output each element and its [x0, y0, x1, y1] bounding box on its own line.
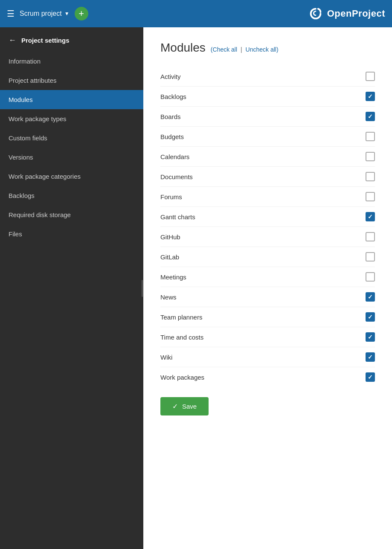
module-row-forums: Forums✓ — [160, 187, 375, 207]
topbar: ☰ Scrum project ▼ + OpenProject — [0, 0, 392, 27]
module-checkbox-calendars[interactable]: ✓ — [366, 152, 375, 161]
module-label-documents: Documents — [160, 173, 193, 180]
checkmark-icon: ✓ — [368, 374, 373, 381]
module-checkbox-backlogs[interactable]: ✓ — [366, 92, 375, 101]
link-separator: | — [241, 46, 242, 53]
module-checkbox-gitlab[interactable]: ✓ — [366, 252, 375, 261]
sidebar-item-required-disk-storage[interactable]: Required disk storage — [0, 205, 143, 224]
page-title: Modules — [160, 41, 206, 55]
checkmark-icon: ✓ — [368, 354, 373, 360]
module-row-activity: Activity✓ — [160, 67, 375, 87]
module-checkbox-work-packages[interactable]: ✓ — [366, 372, 375, 382]
module-label-activity: Activity — [160, 73, 181, 80]
module-checkbox-github[interactable]: ✓ — [366, 232, 375, 241]
check-all-link[interactable]: Check all — [213, 46, 238, 53]
module-row-github: GitHub✓ — [160, 227, 375, 247]
sidebar-item-information[interactable]: Information — [0, 52, 143, 71]
module-label-wiki: Wiki — [160, 354, 172, 361]
module-label-backlogs: Backlogs — [160, 93, 186, 100]
sidebar-item-versions[interactable]: Versions — [0, 148, 143, 167]
chevron-down-icon: ▼ — [64, 11, 70, 17]
resize-grip-icon — [142, 280, 143, 297]
sidebar-item-project-attributes[interactable]: Project attributes — [0, 71, 143, 90]
checkmark-icon: ✓ — [368, 334, 373, 340]
module-row-calendars: Calendars✓ — [160, 147, 375, 167]
checkmark-icon: ✓ — [368, 293, 373, 300]
module-label-gantt-charts: Gantt charts — [160, 213, 195, 221]
uncheck-all-link[interactable]: Uncheck all — [246, 46, 276, 53]
logo-text-label: OpenProject — [327, 8, 385, 19]
checkmark-icon: ✓ — [368, 113, 373, 120]
module-checkbox-budgets[interactable]: ✓ — [366, 132, 375, 141]
module-checkbox-team-planners[interactable]: ✓ — [366, 312, 375, 322]
sidebar-item-custom-fields[interactable]: Custom fields — [0, 128, 143, 148]
module-row-news: News✓ — [160, 287, 375, 307]
module-label-meetings: Meetings — [160, 273, 186, 281]
module-label-forums: Forums — [160, 193, 182, 200]
module-row-boards: Boards✓ — [160, 107, 375, 127]
module-label-news: News — [160, 293, 177, 301]
sidebar-back-button[interactable]: ← Project settings — [0, 27, 143, 52]
module-checkbox-activity[interactable]: ✓ — [366, 72, 375, 81]
module-row-backlogs: Backlogs✓ — [160, 87, 375, 107]
project-selector[interactable]: Scrum project ▼ — [20, 10, 70, 17]
module-checkbox-gantt-charts[interactable]: ✓ — [366, 212, 375, 221]
module-checkbox-wiki[interactable]: ✓ — [366, 352, 375, 362]
module-row-wiki: Wiki✓ — [160, 347, 375, 367]
checkmark-icon: ✓ — [368, 213, 373, 220]
module-label-work-packages: Work packages — [160, 374, 204, 381]
module-checkbox-news[interactable]: ✓ — [366, 292, 375, 302]
sidebar-item-modules[interactable]: Modules — [0, 90, 143, 109]
sidebar-resize-handle[interactable] — [141, 27, 143, 549]
check-icon: ✓ — [172, 402, 178, 410]
module-label-boards: Boards — [160, 113, 181, 120]
add-button[interactable]: + — [75, 7, 88, 20]
topbar-logo: OpenProject — [308, 6, 385, 22]
hamburger-icon[interactable]: ☰ — [7, 9, 15, 19]
module-checkbox-time-and-costs[interactable]: ✓ — [366, 332, 375, 342]
sidebar-item-backlogs[interactable]: Backlogs — [0, 186, 143, 205]
project-name-label: Scrum project — [20, 10, 62, 17]
modules-header: Modules (Check all | Uncheck all) — [160, 41, 375, 55]
module-row-time-and-costs: Time and costs✓ — [160, 327, 375, 347]
sidebar: ← Project settings Information Project a… — [0, 27, 143, 549]
module-row-gitlab: GitLab✓ — [160, 247, 375, 267]
module-label-gitlab: GitLab — [160, 253, 179, 261]
main-layout: ← Project settings Information Project a… — [0, 27, 392, 549]
module-row-gantt-charts: Gantt charts✓ — [160, 207, 375, 227]
module-row-work-packages: Work packages✓ — [160, 367, 375, 387]
module-checkbox-forums[interactable]: ✓ — [366, 192, 375, 201]
module-label-budgets: Budgets — [160, 133, 184, 140]
module-row-documents: Documents✓ — [160, 167, 375, 187]
sidebar-item-files[interactable]: Files — [0, 224, 143, 244]
checkmark-icon: ✓ — [368, 314, 373, 320]
module-row-budgets: Budgets✓ — [160, 127, 375, 147]
sidebar-item-work-package-types[interactable]: Work package types — [0, 109, 143, 128]
module-checkbox-boards[interactable]: ✓ — [366, 112, 375, 121]
module-label-github: GitHub — [160, 233, 180, 241]
module-label-team-planners: Team planners — [160, 314, 202, 321]
content-area: Modules (Check all | Uncheck all) Activi… — [143, 27, 392, 549]
topbar-left: ☰ Scrum project ▼ + — [7, 7, 88, 20]
module-checkbox-meetings[interactable]: ✓ — [366, 272, 375, 282]
back-arrow-icon: ← — [9, 36, 16, 45]
module-label-calendars: Calendars — [160, 153, 189, 160]
module-row-team-planners: Team planners✓ — [160, 307, 375, 327]
checkmark-icon: ✓ — [368, 93, 373, 100]
openproject-logo-icon — [308, 6, 324, 22]
sidebar-back-label: Project settings — [21, 37, 70, 44]
sidebar-item-work-package-categories[interactable]: Work package categories — [0, 167, 143, 186]
module-row-meetings: Meetings✓ — [160, 267, 375, 287]
save-button[interactable]: ✓ Save — [160, 397, 209, 415]
save-label: Save — [182, 403, 197, 410]
module-label-time-and-costs: Time and costs — [160, 334, 203, 341]
module-list: Activity✓Backlogs✓Boards✓Budgets✓Calenda… — [160, 67, 375, 387]
module-checkbox-documents[interactable]: ✓ — [366, 172, 375, 181]
modules-links: (Check all | Uncheck all) — [211, 46, 279, 53]
